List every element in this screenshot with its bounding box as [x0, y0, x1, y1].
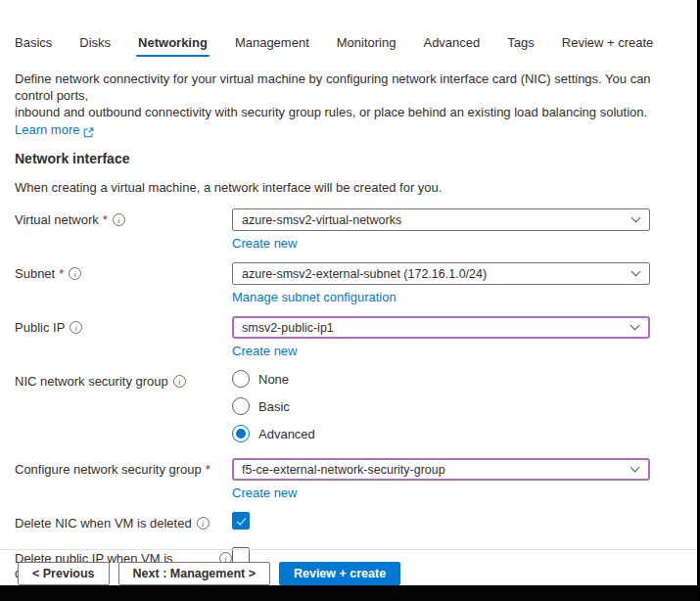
configure-nsg-row: Configure network security group * f5-ce…: [15, 458, 685, 500]
wizard-tab-bar: Basics Disks Networking Management Monit…: [0, 0, 700, 57]
required-asterisk: *: [59, 266, 64, 281]
section-title-network-interface: Network interface: [0, 137, 700, 166]
intro-line1: Define network connectivity for your vir…: [15, 71, 651, 103]
tab-networking[interactable]: Networking: [138, 35, 208, 57]
chevron-down-icon: [631, 213, 641, 223]
virtual-network-label-text: Virtual network: [15, 212, 99, 227]
subnet-label: Subnet *: [15, 262, 232, 304]
tab-management[interactable]: Management: [235, 35, 309, 57]
virtual-network-dropdown[interactable]: azure-smsv2-virtual-networks: [232, 208, 650, 231]
chevron-down-icon: [631, 267, 641, 277]
public-ip-label-text: Public IP: [15, 320, 65, 335]
configure-nsg-label-text: Configure network security group: [15, 462, 202, 477]
chevron-down-icon: [630, 321, 640, 331]
info-icon[interactable]: [69, 267, 81, 280]
delete-nic-checkbox[interactable]: [232, 512, 250, 530]
radio-label: Advanced: [258, 427, 315, 441]
public-ip-row: Public IP smsv2-public-ip1 Create new: [15, 316, 685, 358]
previous-button[interactable]: < Previous: [18, 562, 110, 585]
required-asterisk: *: [103, 212, 108, 227]
public-ip-label: Public IP: [15, 316, 232, 358]
configure-nsg-value: f5-ce-external-network-security-group: [242, 463, 445, 477]
info-icon[interactable]: [173, 375, 186, 388]
networking-form: Virtual network * azure-smsv2-virtual-ne…: [0, 195, 700, 601]
tab-basics[interactable]: Basics: [15, 35, 52, 57]
learn-more-link[interactable]: Learn more: [15, 122, 79, 137]
delete-nic-row: Delete NIC when VM is deleted: [15, 512, 685, 531]
nic-nsg-option-advanced[interactable]: Advanced: [232, 425, 650, 442]
delete-nic-label-text: Delete NIC when VM is deleted: [15, 516, 192, 531]
footer-button-bar: < Previous Next : Management > Review + …: [18, 562, 400, 585]
info-icon[interactable]: [70, 321, 82, 334]
footer-divider: [0, 549, 697, 550]
review-create-button[interactable]: Review + create: [279, 562, 400, 585]
nic-nsg-row: NIC network security group None Basic Ad…: [15, 370, 685, 452]
configure-nsg-dropdown[interactable]: f5-ce-external-network-security-group: [232, 458, 650, 481]
next-management-button[interactable]: Next : Management >: [118, 562, 270, 585]
required-asterisk: *: [206, 462, 210, 477]
virtual-network-row: Virtual network * azure-smsv2-virtual-ne…: [15, 208, 685, 251]
manage-subnet-configuration-link[interactable]: Manage subnet configuration: [232, 290, 397, 304]
virtual-network-label: Virtual network *: [15, 208, 232, 251]
radio-unselected-icon: [232, 397, 250, 415]
configure-nsg-label: Configure network security group *: [15, 458, 232, 500]
virtual-network-value: azure-smsv2-virtual-networks: [242, 213, 401, 227]
chevron-down-icon: [630, 463, 640, 473]
radio-label: None: [258, 372, 289, 387]
checkmark-icon: [236, 515, 246, 525]
virtual-network-create-new-link[interactable]: Create new: [232, 236, 297, 251]
screenshot-bottom-border: [0, 585, 700, 601]
tab-disks[interactable]: Disks: [79, 35, 111, 57]
public-ip-value: smsv2-public-ip1: [242, 321, 334, 335]
nic-nsg-option-basic[interactable]: Basic: [232, 397, 650, 415]
networking-tab-page: Basics Disks Networking Management Monit…: [0, 0, 700, 601]
tab-tags[interactable]: Tags: [507, 35, 534, 57]
tab-advanced[interactable]: Advanced: [423, 35, 480, 57]
subnet-row: Subnet * azure-smsv2-external-subnet (17…: [15, 262, 685, 304]
radio-unselected-icon: [232, 370, 250, 388]
delete-nic-label: Delete NIC when VM is deleted: [15, 512, 232, 531]
subnet-dropdown[interactable]: azure-smsv2-external-subnet (172.16.1.0/…: [232, 262, 650, 285]
nic-nsg-label: NIC network security group: [15, 370, 232, 452]
radio-selected-icon: [232, 425, 250, 442]
subnet-label-text: Subnet: [15, 266, 55, 281]
public-ip-create-new-link[interactable]: Create new: [232, 344, 297, 358]
info-icon[interactable]: [113, 213, 125, 226]
intro-description: Define network connectivity for your vir…: [0, 57, 685, 120]
external-link-icon: [83, 124, 94, 135]
subnet-value: azure-smsv2-external-subnet (172.16.1.0/…: [242, 267, 487, 281]
intro-line2: inbound and outbound connectivity with s…: [15, 105, 647, 119]
info-icon[interactable]: [197, 517, 210, 530]
section-subtitle: When creating a virtual machine, a netwo…: [0, 166, 700, 195]
nic-nsg-option-none[interactable]: None: [232, 370, 650, 388]
tab-monitoring[interactable]: Monitoring: [337, 35, 397, 57]
configure-nsg-create-new-link[interactable]: Create new: [232, 485, 297, 500]
radio-label: Basic: [258, 399, 290, 414]
nic-nsg-label-text: NIC network security group: [15, 374, 168, 389]
public-ip-dropdown[interactable]: smsv2-public-ip1: [232, 316, 650, 339]
tab-review-create[interactable]: Review + create: [562, 35, 654, 57]
